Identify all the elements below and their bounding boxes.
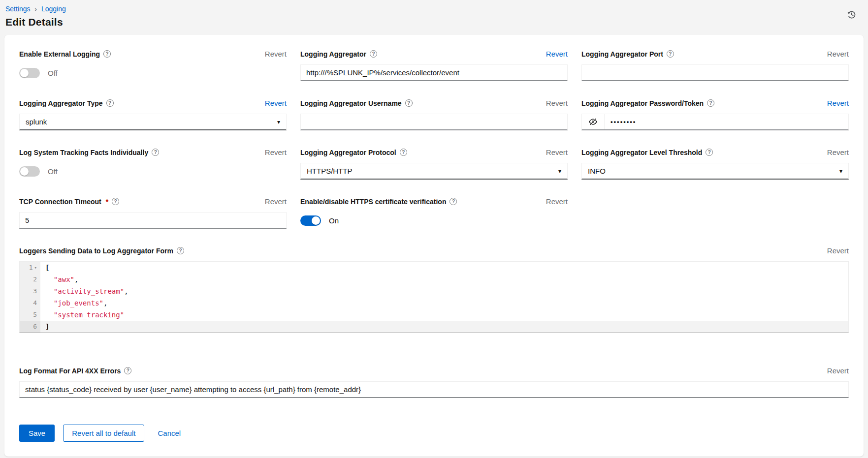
help-icon[interactable]: ?	[152, 149, 159, 156]
field-label: Logging Aggregator Level Threshold	[581, 149, 702, 156]
content-area: Enable External Logging ? Revert Off Log…	[0, 35, 868, 458]
tcp-connection-timeout-input[interactable]	[19, 212, 287, 229]
field-label: Enable External Logging	[19, 50, 100, 58]
help-icon[interactable]: ?	[124, 367, 131, 374]
breadcrumb: Settings › Logging	[5, 5, 856, 13]
field-logging-aggregator-level-threshold: Logging Aggregator Level Threshold ? Rev…	[581, 148, 849, 180]
help-icon[interactable]: ?	[106, 99, 114, 107]
revert-button[interactable]: Revert	[265, 50, 287, 58]
toggle-state-label: Off	[48, 167, 58, 176]
field-enable-external-logging: Enable External Logging ? Revert Off	[19, 50, 287, 81]
help-icon[interactable]: ?	[667, 50, 674, 58]
line-number: 2	[20, 274, 40, 285]
code-line: 2 "awx",	[20, 274, 848, 285]
revert-button[interactable]: Revert	[546, 148, 568, 156]
code-line-text: "activity_stream",	[40, 285, 848, 297]
field-logging-aggregator-protocol: Logging Aggregator Protocol ? Revert HTT…	[300, 148, 568, 180]
help-icon[interactable]: ?	[707, 99, 714, 107]
field-tcp-connection-timeout: TCP Connection Timeout * ? Revert	[19, 197, 287, 229]
field-label: Logging Aggregator Protocol	[300, 149, 396, 156]
log-format-4xx-input[interactable]	[19, 381, 849, 398]
line-number: 3	[20, 285, 40, 297]
field-label: TCP Connection Timeout	[19, 198, 101, 206]
revert-button[interactable]: Revert	[827, 246, 849, 255]
logging-aggregator-level-threshold-select[interactable]: INFO ▾	[581, 163, 849, 180]
required-asterisk: *	[106, 198, 108, 206]
field-label: Logging Aggregator	[300, 50, 366, 58]
field-logging-aggregator-type: Logging Aggregator Type ? Revert splunk …	[19, 99, 287, 130]
revert-button[interactable]: Revert	[827, 366, 849, 375]
enable-external-logging-toggle[interactable]	[19, 68, 40, 78]
code-line-text: "system_tracking"	[40, 309, 848, 321]
logging-settings-form: Enable External Logging ? Revert Off Log…	[19, 50, 849, 398]
field-label: Loggers Sending Data to Log Aggregator F…	[19, 247, 173, 255]
field-label: Logging Aggregator Username	[300, 99, 402, 107]
line-number: 6	[20, 321, 40, 333]
revert-button[interactable]: Revert	[265, 197, 287, 206]
code-line-text: [	[40, 262, 848, 274]
field-label: Log System Tracking Facts Individually	[19, 149, 148, 156]
toggle-state-label: On	[329, 216, 339, 225]
https-certificate-verification-toggle[interactable]	[300, 215, 321, 226]
save-button[interactable]: Save	[19, 425, 55, 442]
page-header: Settings › Logging Edit Details	[0, 0, 868, 35]
field-label: Logging Aggregator Port	[581, 50, 663, 58]
select-value: splunk	[26, 118, 47, 126]
logging-aggregator-port-input[interactable]	[581, 64, 849, 81]
code-line: 5 "system_tracking"	[20, 309, 848, 321]
revert-button[interactable]: Revert	[827, 99, 849, 107]
chevron-right-icon: ›	[35, 5, 37, 13]
show-password-button[interactable]	[582, 114, 605, 129]
help-icon[interactable]: ?	[103, 50, 111, 58]
field-https-certificate-verification: Enable/disable HTTPS certificate verific…	[300, 197, 568, 229]
code-line: 6]	[20, 321, 848, 333]
help-icon[interactable]: ?	[112, 198, 119, 205]
help-icon[interactable]: ?	[400, 149, 407, 156]
logging-aggregator-username-input[interactable]	[300, 114, 568, 130]
logging-aggregator-type-select[interactable]: splunk ▾	[19, 114, 287, 130]
select-value: INFO	[588, 167, 606, 175]
revert-button[interactable]: Revert	[265, 148, 287, 156]
help-icon[interactable]: ?	[177, 247, 184, 254]
revert-button[interactable]: Revert	[827, 50, 849, 58]
help-icon[interactable]: ?	[405, 99, 413, 107]
field-log-system-tracking: Log System Tracking Facts Individually ?…	[19, 148, 287, 180]
fold-caret-icon[interactable]: ▾	[34, 265, 37, 270]
toggle-state-label: Off	[48, 69, 58, 77]
caret-down-icon: ▾	[558, 168, 561, 175]
help-icon[interactable]: ?	[450, 198, 457, 205]
field-log-format-4xx: Log Format For API 4XX Errors ? Revert	[19, 366, 849, 398]
field-label: Logging Aggregator Password/Token	[581, 99, 704, 107]
help-icon[interactable]: ?	[370, 50, 377, 58]
revert-button[interactable]: Revert	[265, 99, 287, 107]
log-system-tracking-toggle[interactable]	[19, 166, 40, 177]
logging-aggregator-protocol-select[interactable]: HTTPS/HTTP ▾	[300, 163, 568, 180]
field-label: Log Format For API 4XX Errors	[19, 367, 121, 375]
cancel-button[interactable]: Cancel	[158, 425, 181, 442]
code-line-text: ]	[40, 321, 848, 333]
password-value[interactable]: ••••••••	[605, 114, 636, 129]
revert-button[interactable]: Revert	[827, 148, 849, 156]
history-icon	[846, 10, 856, 20]
field-logging-aggregator-port: Logging Aggregator Port ? Revert	[581, 50, 849, 81]
loggers-code-editor[interactable]: 1▾[2 "awx",3 "activity_stream",4 "job_ev…	[19, 261, 849, 333]
revert-button[interactable]: Revert	[546, 99, 568, 107]
field-logging-aggregator: Logging Aggregator ? Revert	[300, 50, 568, 81]
help-icon[interactable]: ?	[706, 149, 713, 156]
revert-button[interactable]: Revert	[546, 197, 568, 206]
page-title: Edit Details	[5, 16, 856, 28]
logging-aggregator-input[interactable]	[300, 64, 568, 81]
eye-slash-icon	[588, 117, 598, 126]
revert-button[interactable]: Revert	[546, 50, 568, 58]
history-button[interactable]	[845, 9, 857, 22]
caret-down-icon: ▾	[839, 168, 842, 175]
code-line-text: "awx",	[40, 274, 848, 285]
field-logging-aggregator-username: Logging Aggregator Username ? Revert	[300, 99, 568, 130]
field-loggers-sending-data: Loggers Sending Data to Log Aggregator F…	[19, 246, 849, 333]
breadcrumb-link-logging[interactable]: Logging	[41, 5, 66, 13]
line-number: 4	[20, 297, 40, 309]
line-number: 1▾	[20, 262, 40, 274]
caret-down-icon: ▾	[277, 119, 280, 125]
breadcrumb-link-settings[interactable]: Settings	[5, 5, 31, 13]
revert-all-button[interactable]: Revert all to default	[63, 425, 144, 442]
